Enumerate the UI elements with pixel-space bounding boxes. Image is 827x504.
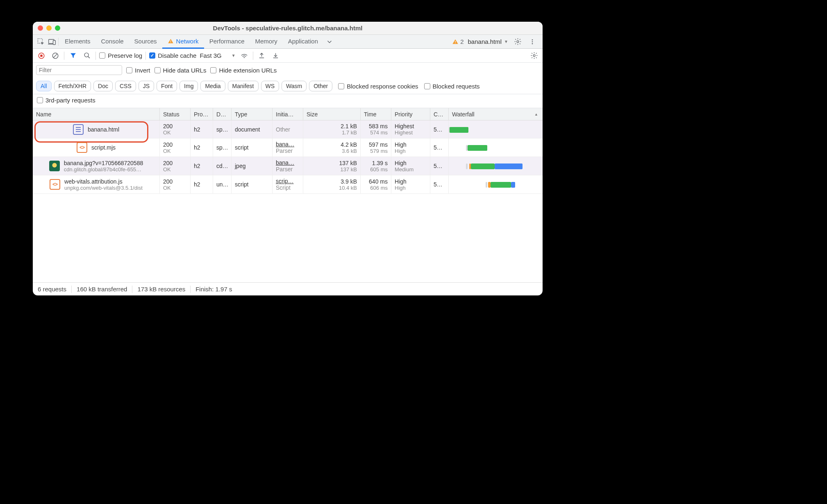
script-icon: <>: [50, 179, 60, 190]
settings-icon[interactable]: [512, 36, 523, 47]
filter-input[interactable]: [36, 65, 122, 75]
tab-console[interactable]: Console: [96, 35, 129, 49]
disable-cache-label: Disable cache: [158, 52, 196, 59]
window-title: DevTools - speculative-rules.glitch.me/b…: [33, 25, 543, 32]
tab-network[interactable]: Network: [162, 35, 204, 49]
column-header[interactable]: Waterfall▲: [449, 108, 541, 120]
svg-point-14: [84, 53, 89, 57]
filter-chip-js[interactable]: JS: [139, 81, 154, 91]
export-har-icon[interactable]: [257, 50, 267, 61]
svg-rect-12: [40, 54, 42, 57]
svg-rect-5: [455, 41, 456, 42]
status-finish: Finish: 1.97 s: [195, 286, 232, 293]
network-toolbar: Preserve log ✓Disable cache Fast 3G ▼: [33, 49, 543, 63]
waterfall-cell: [449, 138, 541, 157]
column-header[interactable]: C…: [430, 108, 449, 120]
window-close-button[interactable]: [38, 25, 43, 31]
request-name: script.mjs: [91, 144, 116, 151]
tab-performance[interactable]: Performance: [204, 35, 250, 49]
window-minimize-button[interactable]: [46, 25, 52, 31]
target-context-dropdown[interactable]: banana.html ▼: [468, 38, 508, 45]
device-toolbar-icon[interactable]: [47, 36, 57, 47]
more-tabs-icon[interactable]: [324, 36, 335, 47]
preserve-log-label: Preserve log: [108, 52, 142, 59]
tab-elements[interactable]: Elements: [59, 35, 96, 49]
filter-chip-css[interactable]: CSS: [115, 81, 136, 91]
sort-asc-icon: ▲: [534, 112, 538, 116]
table-row[interactable]: banana.html200OKh2sp…documentOther2.1 kB…: [33, 120, 543, 138]
status-requests: 6 requests: [38, 286, 66, 293]
svg-point-15: [533, 54, 535, 57]
filter-chip-other[interactable]: Other: [309, 81, 332, 91]
request-name: banana.html: [88, 126, 119, 133]
tab-application[interactable]: Application: [283, 35, 323, 49]
inspect-icon[interactable]: [35, 36, 46, 47]
blocked-requests-label: Blocked requests: [433, 83, 480, 90]
svg-point-7: [517, 41, 519, 43]
table-row[interactable]: <>script.mjs200OKh2sp…scriptbana…Parser4…: [33, 138, 543, 157]
svg-point-8: [532, 39, 533, 41]
blocked-cookies-checkbox[interactable]: Blocked response cookies: [338, 83, 418, 90]
request-name: banana.jpg?v=1705668720588: [64, 160, 143, 166]
blocked-cookies-label: Blocked response cookies: [347, 83, 418, 90]
hide-ext-urls-checkbox[interactable]: Hide extension URLs: [210, 67, 277, 74]
issues-counter[interactable]: 2: [452, 38, 463, 45]
window-zoom-button[interactable]: [55, 25, 60, 31]
filter-chip-ws[interactable]: WS: [261, 81, 279, 91]
filter-chip-all[interactable]: All: [36, 81, 52, 91]
svg-rect-4: [170, 42, 170, 42]
status-resources: 173 kB resources: [137, 286, 185, 293]
column-header[interactable]: Pro…: [191, 108, 213, 120]
table-row[interactable]: banana.jpg?v=1705668720588cdn.glitch.glo…: [33, 157, 543, 175]
waterfall-cell: [449, 157, 541, 175]
column-header[interactable]: Initia…: [273, 108, 303, 120]
column-header[interactable]: Time: [361, 108, 391, 120]
request-domain: cdn.glitch.global/87b4c0fe-655…: [64, 166, 143, 173]
filter-chip-manifest[interactable]: Manifest: [228, 81, 259, 91]
network-conditions-icon[interactable]: [239, 50, 250, 61]
filter-chip-media[interactable]: Media: [200, 81, 225, 91]
tab-sources[interactable]: Sources: [129, 35, 162, 49]
blocked-requests-checkbox[interactable]: Blocked requests: [424, 83, 480, 90]
filter-chip-img[interactable]: Img: [179, 81, 198, 91]
clear-button[interactable]: [50, 50, 61, 61]
preserve-log-checkbox[interactable]: Preserve log: [99, 52, 142, 59]
import-har-icon[interactable]: [270, 50, 281, 61]
column-header[interactable]: Priority: [391, 108, 430, 120]
waterfall-cell: [449, 175, 541, 193]
invert-checkbox[interactable]: Invert: [126, 67, 150, 74]
hide-data-urls-checkbox[interactable]: Hide data URLs: [154, 67, 207, 74]
network-settings-icon[interactable]: [529, 50, 539, 61]
more-menu-icon[interactable]: [527, 36, 538, 47]
filter-chip-doc[interactable]: Doc: [93, 81, 113, 91]
disable-cache-checkbox[interactable]: ✓Disable cache: [149, 52, 196, 59]
filter-chip-fetchxhr[interactable]: Fetch/XHR: [54, 81, 91, 91]
status-transferred: 160 kB transferred: [77, 286, 127, 293]
throttling-dropdown[interactable]: Fast 3G ▼: [200, 52, 235, 59]
third-party-checkbox[interactable]: 3rd-party requests: [33, 94, 543, 108]
column-header[interactable]: Name: [33, 108, 160, 120]
svg-point-9: [532, 41, 533, 42]
svg-point-10: [532, 43, 533, 44]
svg-rect-2: [53, 40, 56, 44]
tab-memory[interactable]: Memory: [250, 35, 283, 49]
filter-bar: Invert Hide data URLs Hide extension URL…: [33, 63, 543, 94]
script-icon: <>: [77, 142, 87, 153]
chevron-down-icon: ▼: [232, 53, 236, 58]
search-icon[interactable]: [82, 50, 92, 61]
filter-icon[interactable]: [68, 50, 78, 61]
column-header[interactable]: Type: [232, 108, 273, 120]
filter-chip-wasm[interactable]: Wasm: [282, 81, 307, 91]
filter-chip-font[interactable]: Font: [157, 81, 177, 91]
record-button[interactable]: [36, 50, 47, 61]
column-header[interactable]: Size: [303, 108, 361, 120]
document-icon: [73, 124, 84, 135]
waterfall-cell: [449, 120, 541, 138]
hide-data-label: Hide data URLs: [163, 67, 207, 74]
column-header[interactable]: D…: [213, 108, 232, 120]
panel-tabs: ElementsConsoleSourcesNetworkPerformance…: [33, 35, 543, 49]
table-row[interactable]: <>web-vitals.attribution.jsunpkg.com/web…: [33, 175, 543, 194]
column-header[interactable]: Status: [160, 108, 191, 120]
devtools-window: DevTools - speculative-rules.glitch.me/b…: [33, 22, 543, 295]
svg-rect-3: [170, 40, 170, 41]
